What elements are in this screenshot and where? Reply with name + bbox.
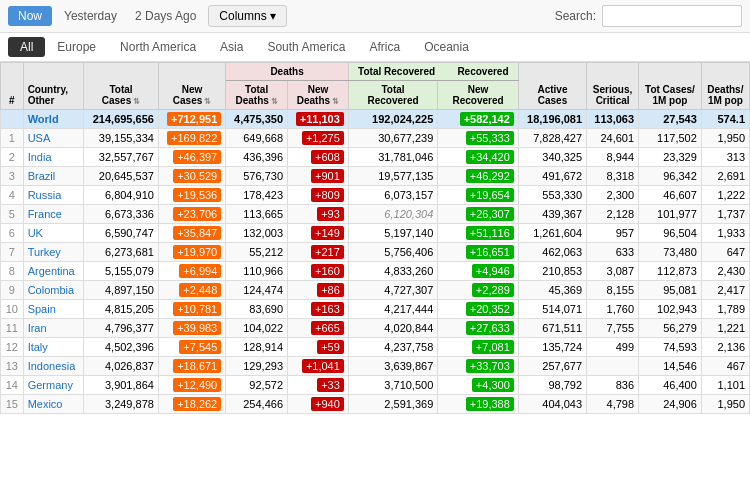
col-country[interactable]: Country,Other bbox=[23, 63, 83, 110]
row-num: 8 bbox=[1, 262, 24, 281]
col-total-deaths[interactable]: TotalDeaths⇅ bbox=[226, 81, 288, 110]
row-new-cases: +23,706 bbox=[158, 205, 225, 224]
toolbar: Now Yesterday 2 Days Ago Columns ▾ Searc… bbox=[0, 0, 750, 33]
col-num[interactable]: # bbox=[1, 63, 24, 110]
row-country[interactable]: Germany bbox=[23, 376, 83, 395]
row-deaths-per-m: 647 bbox=[701, 243, 749, 262]
row-country[interactable]: Iran bbox=[23, 319, 83, 338]
row-country[interactable]: Mexico bbox=[23, 395, 83, 414]
row-new-recovered: +2,289 bbox=[438, 281, 519, 300]
row-country[interactable]: UK bbox=[23, 224, 83, 243]
columns-button[interactable]: Columns ▾ bbox=[208, 5, 287, 27]
col-active-cases[interactable]: ActiveCases bbox=[518, 63, 586, 110]
row-serious: 2,128 bbox=[587, 205, 639, 224]
row-active-cases: 257,677 bbox=[518, 357, 586, 376]
col-new-cases[interactable]: NewCases⇅ bbox=[158, 63, 225, 110]
tab-north-america[interactable]: North America bbox=[108, 37, 208, 57]
col-serious[interactable]: Serious,Critical bbox=[587, 63, 639, 110]
new-cases-badge: +19,970 bbox=[173, 245, 221, 259]
row-total-deaths: 124,474 bbox=[226, 281, 288, 300]
row-total-cases: 4,796,377 bbox=[84, 319, 159, 338]
col-tot-per-m[interactable]: Tot Cases/1M pop bbox=[639, 63, 702, 110]
col-deaths-per-m[interactable]: Deaths/1M pop bbox=[701, 63, 749, 110]
row-total-recovered: 31,781,046 bbox=[348, 148, 437, 167]
row-tot-per-m: 101,977 bbox=[639, 205, 702, 224]
new-deaths-badge: +59 bbox=[317, 340, 344, 354]
new-deaths-badge: +149 bbox=[311, 226, 344, 240]
new-deaths-badge: +608 bbox=[311, 150, 344, 164]
row-new-cases: +6,994 bbox=[158, 262, 225, 281]
row-new-deaths: +163 bbox=[288, 300, 349, 319]
row-new-cases: +39,983 bbox=[158, 319, 225, 338]
row-country[interactable]: France bbox=[23, 205, 83, 224]
row-num: 2 bbox=[1, 148, 24, 167]
row-country[interactable]: Colombia bbox=[23, 281, 83, 300]
tab-south-america[interactable]: South America bbox=[255, 37, 357, 57]
row-total-recovered: 6,073,157 bbox=[348, 186, 437, 205]
col-total-cases[interactable]: TotalCases⇅ bbox=[84, 63, 159, 110]
row-total-recovered: 2,591,369 bbox=[348, 395, 437, 414]
yesterday-button[interactable]: Yesterday bbox=[58, 6, 123, 26]
row-tot-per-m: 73,480 bbox=[639, 243, 702, 262]
row-deaths-per-m: 1,737 bbox=[701, 205, 749, 224]
col-total-recovered[interactable]: TotalRecovered bbox=[348, 81, 437, 110]
tab-asia[interactable]: Asia bbox=[208, 37, 255, 57]
new-cases-badge: +46,397 bbox=[173, 150, 221, 164]
now-button[interactable]: Now bbox=[8, 6, 52, 26]
row-active-cases: 340,325 bbox=[518, 148, 586, 167]
row-total-cases: 6,273,681 bbox=[84, 243, 159, 262]
row-country[interactable]: Turkey bbox=[23, 243, 83, 262]
row-new-deaths: +1,275 bbox=[288, 129, 349, 148]
row-country[interactable]: Spain bbox=[23, 300, 83, 319]
new-cases-badge: +7,545 bbox=[179, 340, 221, 354]
row-new-recovered: +34,420 bbox=[438, 148, 519, 167]
tab-oceania[interactable]: Oceania bbox=[412, 37, 481, 57]
row-country[interactable]: Argentina bbox=[23, 262, 83, 281]
row-deaths-per-m: 574.1 bbox=[701, 110, 749, 129]
row-tot-per-m: 46,607 bbox=[639, 186, 702, 205]
search-input[interactable] bbox=[602, 5, 742, 27]
row-country[interactable]: India bbox=[23, 148, 83, 167]
row-new-recovered: +19,654 bbox=[438, 186, 519, 205]
col-new-deaths[interactable]: NewDeaths⇅ bbox=[288, 81, 349, 110]
row-total-cases: 6,804,910 bbox=[84, 186, 159, 205]
row-tot-per-m: 95,081 bbox=[639, 281, 702, 300]
row-tot-per-m: 23,329 bbox=[639, 148, 702, 167]
row-num: 4 bbox=[1, 186, 24, 205]
row-tot-per-m: 102,943 bbox=[639, 300, 702, 319]
row-num: 14 bbox=[1, 376, 24, 395]
row-serious bbox=[587, 357, 639, 376]
tab-all[interactable]: All bbox=[8, 37, 45, 57]
new-deaths-badge: +86 bbox=[317, 283, 344, 297]
table-container: # Country,Other TotalCases⇅ NewCases⇅ De… bbox=[0, 62, 750, 497]
row-new-recovered: +46,292 bbox=[438, 167, 519, 186]
row-country[interactable]: USA bbox=[23, 129, 83, 148]
row-new-cases: +18,262 bbox=[158, 395, 225, 414]
row-total-deaths: 113,665 bbox=[226, 205, 288, 224]
row-num: 13 bbox=[1, 357, 24, 376]
row-new-recovered: +55,333 bbox=[438, 129, 519, 148]
row-new-deaths: +608 bbox=[288, 148, 349, 167]
new-recovered-badge: +19,388 bbox=[466, 397, 514, 411]
row-country[interactable]: Russia bbox=[23, 186, 83, 205]
row-active-cases: 1,261,604 bbox=[518, 224, 586, 243]
row-country[interactable]: Italy bbox=[23, 338, 83, 357]
row-active-cases: 553,330 bbox=[518, 186, 586, 205]
row-new-cases: +712,951 bbox=[158, 110, 225, 129]
new-cases-badge: +23,706 bbox=[173, 207, 221, 221]
new-cases-badge: +12,490 bbox=[173, 378, 221, 392]
row-deaths-per-m: 313 bbox=[701, 148, 749, 167]
row-tot-per-m: 112,873 bbox=[639, 262, 702, 281]
row-serious: 8,155 bbox=[587, 281, 639, 300]
row-country[interactable]: Indonesia bbox=[23, 357, 83, 376]
col-new-recovered[interactable]: NewRecovered bbox=[438, 81, 519, 110]
tab-africa[interactable]: Africa bbox=[357, 37, 412, 57]
row-country[interactable]: Brazil bbox=[23, 167, 83, 186]
row-active-cases: 491,672 bbox=[518, 167, 586, 186]
two-days-button[interactable]: 2 Days Ago bbox=[129, 6, 202, 26]
tab-europe[interactable]: Europe bbox=[45, 37, 108, 57]
row-total-deaths: 128,914 bbox=[226, 338, 288, 357]
row-active-cases: 462,063 bbox=[518, 243, 586, 262]
row-active-cases: 671,511 bbox=[518, 319, 586, 338]
row-total-cases: 4,026,837 bbox=[84, 357, 159, 376]
